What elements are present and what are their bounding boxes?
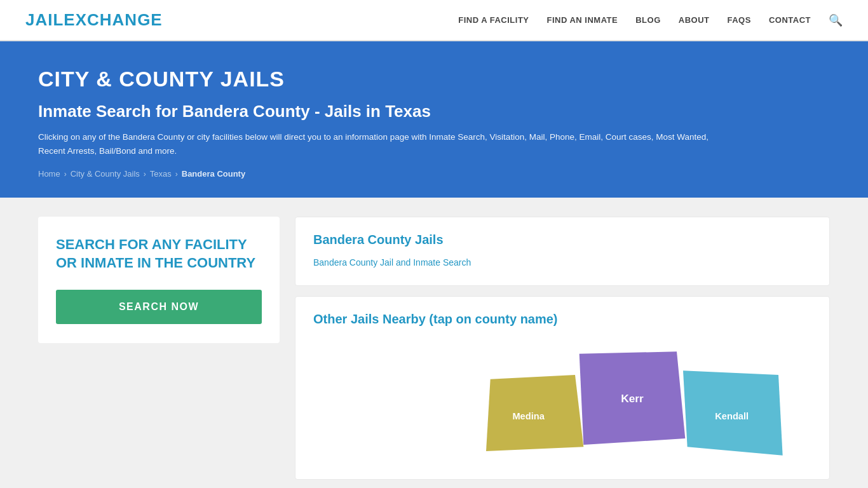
nearby-card-title: Other Jails Nearby (tap on county name) (313, 312, 811, 327)
main-content: SEARCH FOR ANY FACILITY OR INMATE IN THE… (0, 198, 868, 488)
search-prompt-text: SEARCH FOR ANY FACILITY OR INMATE IN THE… (56, 236, 262, 272)
breadcrumb-current: Bandera County (182, 169, 245, 179)
search-now-button[interactable]: SEARCH NOW (56, 290, 262, 324)
kerr-label[interactable]: Kerr (621, 393, 644, 405)
right-panel: Bandera County Jails Bandera County Jail… (295, 217, 830, 480)
breadcrumb-city-county[interactable]: City & County Jails (71, 169, 140, 179)
hero-section: CITY & COUNTY JAILS Inmate Search for Ba… (0, 41, 868, 198)
nav-faqs[interactable]: FAQs (728, 15, 751, 25)
breadcrumb-sep-1: › (64, 170, 67, 179)
breadcrumb-sep-3: › (175, 170, 178, 179)
bandera-card-title: Bandera County Jails (313, 233, 811, 247)
nearby-jails-card: Other Jails Nearby (tap on county name) … (295, 296, 830, 480)
search-panel: SEARCH FOR ANY FACILITY OR INMATE IN THE… (38, 217, 280, 343)
logo-text-e: E (64, 10, 75, 29)
header: JAILEXCHANGE FIND A FACILITY FIND AN INM… (0, 0, 868, 41)
logo-text-jail: JAIL (25, 10, 64, 29)
medina-label[interactable]: Medina (512, 411, 545, 421)
nav-find-inmate[interactable]: FIND AN INMATE (547, 15, 618, 25)
bandera-jail-link[interactable]: Bandera County Jail and Inmate Search (313, 255, 811, 270)
breadcrumb: Home › City & County Jails › Texas › Ban… (38, 169, 830, 179)
kendall-label[interactable]: Kendall (715, 411, 749, 421)
breadcrumb-sep-2: › (144, 170, 146, 179)
search-icon[interactable]: 🔍 (829, 13, 843, 27)
county-map: Medina Kerr Kendall (313, 337, 811, 464)
breadcrumb-texas[interactable]: Texas (150, 169, 172, 179)
page-main-heading: CITY & COUNTY JAILS (38, 67, 830, 92)
county-map-svg: Medina Kerr Kendall (313, 337, 811, 464)
bandera-jails-card: Bandera County Jails Bandera County Jail… (295, 217, 830, 286)
nav-find-facility[interactable]: FIND A FACILITY (458, 15, 529, 25)
nav-blog[interactable]: BLOG (635, 15, 661, 25)
nav-contact[interactable]: CONTACT (769, 15, 811, 25)
logo-text-xchange: XCHANGE (76, 10, 163, 29)
breadcrumb-home[interactable]: Home (38, 169, 60, 179)
hero-description: Clicking on any of the Bandera County or… (38, 130, 737, 158)
main-nav: FIND A FACILITY FIND AN INMATE BLOG ABOU… (458, 13, 843, 27)
logo[interactable]: JAILEXCHANGE (25, 10, 163, 30)
page-subheading: Inmate Search for Bandera County - Jails… (38, 102, 830, 121)
nav-about[interactable]: ABOUT (679, 15, 710, 25)
